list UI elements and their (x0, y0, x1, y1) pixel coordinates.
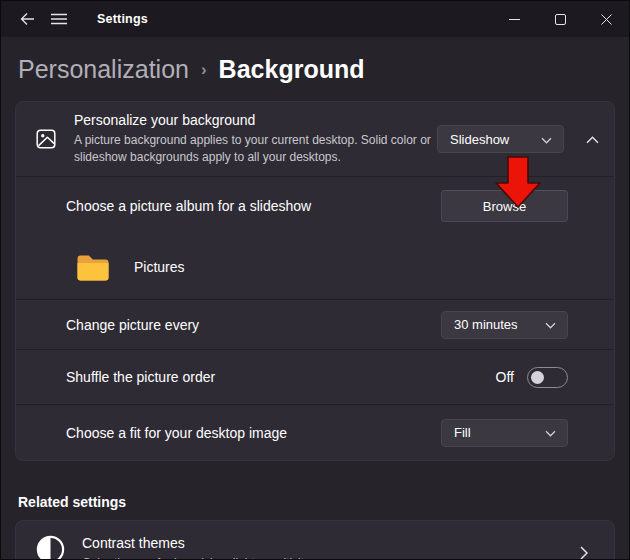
maximize-button[interactable] (537, 1, 583, 37)
shuffle-row: Shuffle the picture order Off (16, 349, 614, 404)
setting-title: Personalize your background (74, 112, 437, 128)
page-title: Background (219, 55, 365, 84)
picture-icon (36, 129, 56, 149)
hamburger-menu-icon (51, 13, 67, 25)
change-picture-value: 30 minutes (454, 317, 518, 332)
collapse-section-button[interactable] (578, 125, 606, 153)
shuffle-state-label: Off (496, 369, 514, 385)
fit-label: Choose a fit for your desktop image (66, 425, 441, 441)
maximize-icon (555, 14, 566, 25)
toggle-knob (531, 371, 544, 384)
folder-icon (76, 253, 110, 281)
back-button[interactable] (11, 4, 43, 34)
change-picture-row: Change picture every 30 minutes (16, 299, 614, 349)
app-title: Settings (97, 12, 148, 26)
navigation-menu-button[interactable] (43, 4, 75, 34)
contrast-themes-text: Contrast themes Color themes for low vis… (82, 534, 310, 560)
shuffle-toggle-group: Off (496, 367, 568, 388)
slideshow-album-section: Choose a picture album for a slideshow B… (16, 176, 614, 299)
minimize-button[interactable] (491, 1, 537, 37)
related-settings-heading: Related settings (18, 494, 615, 510)
titlebar: Settings (1, 1, 629, 37)
background-type-dropdown[interactable]: Slideshow (437, 125, 564, 153)
back-arrow-icon (19, 12, 35, 26)
background-settings-card: Personalize your background A picture ba… (15, 101, 615, 461)
close-button[interactable] (583, 1, 629, 37)
contrast-themes-title: Contrast themes (82, 535, 310, 551)
minimize-icon (509, 14, 520, 25)
window-controls (491, 1, 629, 37)
background-type-value: Slideshow (450, 132, 509, 147)
shuffle-toggle[interactable] (527, 367, 568, 388)
breadcrumb-personalization[interactable]: Personalization (18, 55, 189, 84)
browse-button[interactable]: Browse (441, 190, 568, 222)
settings-window: Settings Personalization › Background (0, 0, 630, 560)
change-picture-dropdown[interactable]: 30 minutes (441, 311, 568, 339)
fit-row: Choose a fit for your desktop image Fill (16, 404, 614, 460)
fit-dropdown[interactable]: Fill (441, 419, 568, 447)
setting-description: A picture background applies to your cur… (74, 132, 432, 166)
choose-album-label: Choose a picture album for a slideshow (66, 198, 441, 214)
contrast-themes-description: Color themes for low vision, light sensi… (82, 556, 310, 560)
personalize-background-text: Personalize your background A picture ba… (74, 112, 437, 166)
chevron-up-icon (586, 132, 599, 147)
close-icon (601, 14, 612, 25)
personalize-background-row: Personalize your background A picture ba… (16, 102, 614, 176)
chevron-down-icon (545, 425, 556, 440)
shuffle-label: Shuffle the picture order (66, 369, 496, 385)
contrast-icon (36, 535, 65, 560)
settings-content: Personalize your background A picture ba… (1, 101, 629, 560)
album-name: Pictures (134, 259, 185, 275)
chevron-down-icon (545, 317, 556, 332)
choose-album-row: Choose a picture album for a slideshow B… (16, 177, 614, 235)
album-row[interactable]: Pictures (16, 235, 614, 299)
fit-value: Fill (454, 425, 471, 440)
contrast-themes-card[interactable]: Contrast themes Color themes for low vis… (15, 520, 615, 560)
chevron-right-icon (574, 543, 594, 560)
breadcrumb-separator-icon: › (201, 60, 207, 80)
chevron-down-icon (541, 132, 552, 147)
change-picture-label: Change picture every (66, 317, 441, 333)
breadcrumb: Personalization › Background (1, 37, 629, 101)
